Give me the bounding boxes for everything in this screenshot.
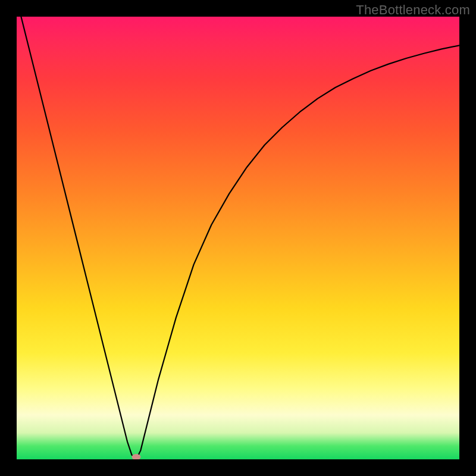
plot-area: [17, 17, 459, 459]
watermark-text: TheBottleneck.com: [356, 2, 470, 18]
minimum-marker: [131, 454, 140, 459]
chart-frame: TheBottleneck.com: [0, 0, 476, 476]
bottleneck-curve: [17, 17, 459, 459]
